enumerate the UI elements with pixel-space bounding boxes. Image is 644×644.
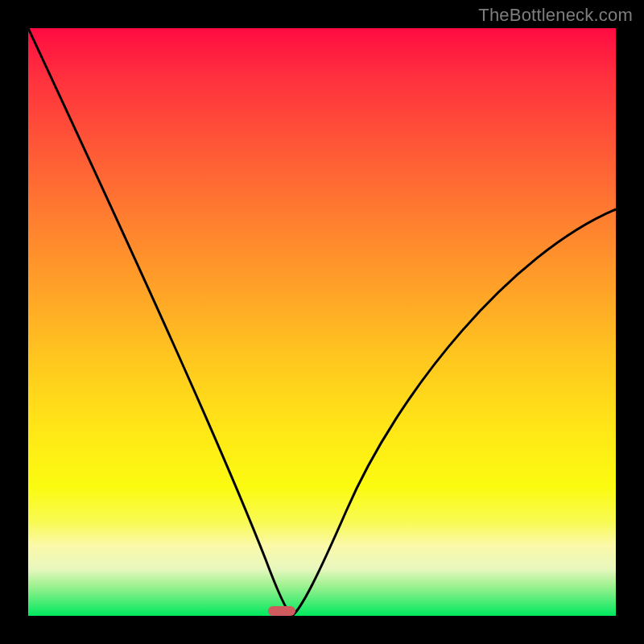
optimal-marker <box>268 606 295 616</box>
curve-layer <box>28 28 616 616</box>
chart-frame: TheBottleneck.com <box>0 0 644 644</box>
watermark-text: TheBottleneck.com <box>478 5 633 26</box>
plot-area <box>28 28 616 616</box>
bottleneck-curve-right <box>292 209 616 616</box>
bottleneck-curve-left <box>28 28 292 616</box>
